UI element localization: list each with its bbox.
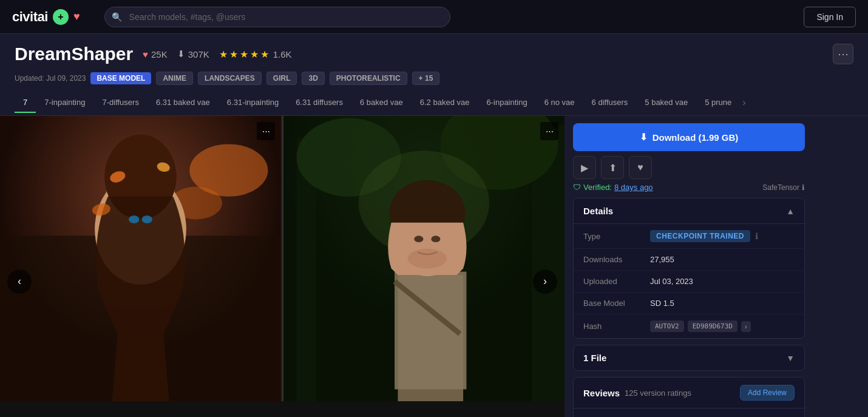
svg-point-7 xyxy=(129,215,139,223)
tab-6-no-vae[interactable]: 6 no vae xyxy=(536,93,583,113)
main-content: ‹ xyxy=(0,116,868,417)
version-tabs: 7 7-inpainting 7-diffusers 6.31 baked va… xyxy=(0,90,868,116)
hash-container: AUTOV2 ED989D673D › xyxy=(650,320,751,332)
downloads-value: 27,955 xyxy=(650,255,795,264)
add-review-button[interactable]: Add Review xyxy=(740,385,795,401)
tab-5-prune[interactable]: 5 prune xyxy=(696,93,740,113)
download-icon: ⬇ xyxy=(640,132,648,143)
tab-5-baked-vae[interactable]: 5 baked vae xyxy=(636,93,696,113)
download-button[interactable]: ⬇ Download (1.99 GB) xyxy=(573,123,805,151)
star-5: ★ xyxy=(260,49,269,60)
safe-tensor-label: SafeTensor ℹ xyxy=(762,183,805,192)
svg-point-8 xyxy=(142,215,152,223)
share-button[interactable]: ⬆ xyxy=(601,156,624,179)
likes-stat: ♥ 25K xyxy=(143,49,168,59)
run-button[interactable]: ▶ xyxy=(573,156,596,179)
svg-point-26 xyxy=(408,249,447,268)
reviews-count: 125 version ratings xyxy=(625,388,691,398)
detail-row-downloads: Downloads 27,955 xyxy=(574,249,804,271)
files-panel: 1 File ▼ xyxy=(573,345,805,371)
tag-landscapes[interactable]: LANDSCAPES xyxy=(198,72,262,85)
logo-plus-icon[interactable]: + xyxy=(53,9,69,25)
gallery-next-button[interactable]: › xyxy=(533,270,557,294)
files-title: 1 File xyxy=(583,353,606,363)
detail-row-uploaded: Uploaded Jul 03, 2023 xyxy=(574,271,804,293)
page-header: DreamShaper ♥ 25K ⬇ 307K ★ ★ ★ ★ ★ 1.6K … xyxy=(0,34,868,69)
tabs-scroll-right[interactable]: › xyxy=(740,92,748,113)
svg-point-25 xyxy=(431,236,440,242)
star-1: ★ xyxy=(219,49,228,60)
gallery-prev-button[interactable]: ‹ xyxy=(7,270,32,294)
tab-6-inpainting[interactable]: 6-inpainting xyxy=(478,93,535,113)
details-title: Details xyxy=(583,206,613,216)
logo-heart-icon[interactable]: ♥ xyxy=(73,10,80,23)
info-icon[interactable]: ℹ xyxy=(802,183,805,192)
image-2-placeholder xyxy=(283,116,565,401)
tab-62-baked-vae[interactable]: 6.2 baked vae xyxy=(412,93,478,113)
star-3: ★ xyxy=(240,49,248,60)
uploaded-value: Jul 03, 2023 xyxy=(650,277,795,286)
downloads-stat: ⬇ 307K xyxy=(177,49,209,59)
details-panel-header: Details ▲ xyxy=(574,198,804,224)
likes-count: 25K xyxy=(151,49,168,59)
tag-girl[interactable]: GIRL xyxy=(266,72,297,85)
image-2-menu-button[interactable]: ⋯ xyxy=(540,122,558,140)
rating-stars-row: ★ ★ ★ ★ ★ 1.6K xyxy=(219,49,292,60)
tab-6-diffusers[interactable]: 6 diffusers xyxy=(583,93,637,113)
hash-label: Hash xyxy=(583,322,650,331)
logo-text[interactable]: civitai xyxy=(12,9,48,25)
tab-7[interactable]: 7 xyxy=(15,93,36,113)
verified-text: Verified: xyxy=(583,183,612,192)
page-title: DreamShaper xyxy=(15,44,133,64)
detail-row-hash: Hash AUTOV2 ED989D673D › xyxy=(574,314,804,338)
tag-base-model[interactable]: BASE MODEL xyxy=(90,72,151,84)
tab-7-diffusers[interactable]: 7-diffusers xyxy=(93,93,147,113)
rating-count: 1.6K xyxy=(273,49,292,59)
tab-631-baked-vae[interactable]: 6.31 baked vae xyxy=(147,93,219,113)
tab-631-inpainting[interactable]: 6.31-inpainting xyxy=(219,93,287,113)
verified-badge: 🛡 Verified: 8 days ago xyxy=(573,183,653,192)
detail-row-base-model: Base Model SD 1.5 xyxy=(574,293,804,314)
verified-time[interactable]: 8 days ago xyxy=(614,183,653,192)
reviews-panel: Reviews 125 version ratings Add Review ★… xyxy=(573,377,805,417)
tab-631-diffusers[interactable]: 6.31 diffusers xyxy=(287,93,351,113)
files-header: 1 File ▼ xyxy=(574,345,804,370)
tags-row: Updated: Jul 09, 2023 BASE MODEL ANIME L… xyxy=(0,69,868,90)
gallery-image-2: ⋯ xyxy=(282,116,565,401)
details-collapse-button[interactable]: ▲ xyxy=(786,206,795,216)
svg-point-24 xyxy=(414,236,423,242)
safe-tensor-text: SafeTensor xyxy=(762,183,799,192)
checkpoint-trained-badge: CHECKPOINT TRAINED xyxy=(650,230,750,242)
tag-more[interactable]: + 15 xyxy=(412,72,440,85)
type-info-icon[interactable]: ℹ xyxy=(755,231,758,241)
reviews-body: ★ ★ ★ ★ ★ 4.98 out of 5 See Reviews ▼ xyxy=(574,409,804,417)
reviews-header: Reviews 125 version ratings Add Review xyxy=(574,378,804,409)
more-options-button[interactable]: ⋯ xyxy=(833,44,853,64)
update-text: Updated: Jul 09, 2023 xyxy=(15,74,86,83)
download-section: ⬇ Download (1.99 GB) ▶ ⬆ ♥ 🛡 Verified: 8… xyxy=(573,123,805,192)
search-input[interactable] xyxy=(104,7,450,27)
heart-icon: ♥ xyxy=(143,49,148,59)
base-model-label: Base Model xyxy=(583,299,650,308)
header: civitai + ♥ 🔍 Sign In xyxy=(0,0,868,34)
download-icon: ⬇ xyxy=(177,49,185,59)
tag-anime[interactable]: ANIME xyxy=(156,72,193,85)
reviews-title: Reviews xyxy=(583,388,620,398)
shield-icon: 🛡 xyxy=(573,183,581,192)
tag-3d[interactable]: 3D xyxy=(302,72,324,85)
gallery-image-1: ⋯ xyxy=(0,116,282,401)
detail-row-type: Type CHECKPOINT TRAINED ℹ xyxy=(574,224,804,249)
uploaded-label: Uploaded xyxy=(583,277,650,286)
tab-7-inpainting[interactable]: 7-inpainting xyxy=(36,93,93,113)
logo: civitai + ♥ xyxy=(12,9,80,25)
files-collapse-button[interactable]: ▼ xyxy=(786,353,795,363)
search-bar: 🔍 xyxy=(104,7,450,27)
image-1-menu-button[interactable]: ⋯ xyxy=(257,122,275,140)
tab-6-baked-vae[interactable]: 6 baked vae xyxy=(351,93,412,113)
sidebar: ⬇ Download (1.99 GB) ▶ ⬆ ♥ 🛡 Verified: 8… xyxy=(565,116,813,417)
hash-more-button[interactable]: › xyxy=(741,321,751,332)
favorite-button[interactable]: ♥ xyxy=(629,156,652,179)
tag-photorealistic[interactable]: PHOTOREALISTIC xyxy=(330,72,407,85)
sign-in-button[interactable]: Sign In xyxy=(804,7,856,27)
image-1-placeholder xyxy=(0,116,281,401)
